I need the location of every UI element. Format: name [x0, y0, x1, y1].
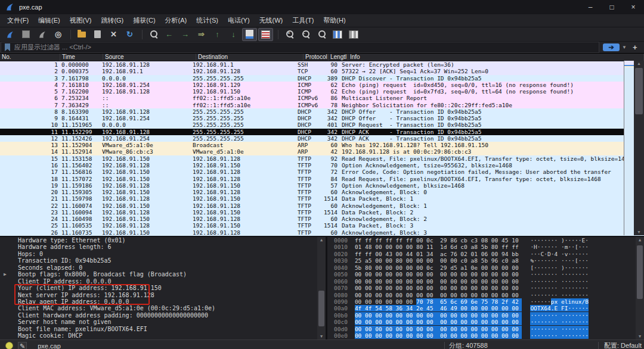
hex-byte[interactable]: 00 [450, 312, 460, 319]
start-capture-icon[interactable] [2, 28, 17, 41]
hex-byte[interactable]: 00 [416, 237, 426, 244]
hex-byte[interactable]: 00 [491, 305, 501, 311]
hex-byte[interactable]: 00 [501, 278, 512, 285]
stop-capture-icon[interactable] [18, 28, 33, 41]
hex-byte[interactable]: 00 [385, 264, 395, 271]
layout-columns-icon[interactable] [346, 28, 361, 41]
detail-line[interactable]: Next server IP address: 192.168.91.128 [0, 292, 326, 298]
packet-row[interactable]: 47.161810192.168.91.254192.168.91.129ICM… [0, 82, 644, 88]
menu-item-10[interactable]: 帮助(H) [318, 15, 350, 26]
hex-byte[interactable]: 00 [450, 285, 460, 291]
hex-byte[interactable]: ff [355, 251, 365, 257]
hex-byte[interactable]: 00 [491, 251, 501, 257]
resize-columns-icon[interactable] [330, 28, 345, 41]
hex-byte[interactable]: 00 [396, 251, 406, 257]
hex-byte[interactable]: cb [460, 237, 470, 244]
hex-row[interactable]: 007000 00 00 00 00 00 00 00 00 00 00 00 … [327, 285, 644, 291]
hex-byte[interactable]: 00 [440, 278, 450, 285]
hex-byte[interactable]: 00 [396, 264, 406, 271]
hex-byte[interactable]: 00 [460, 292, 470, 298]
close-button[interactable]: × [623, 0, 644, 14]
packet-row[interactable]: 2011.159305192.168.91.150192.168.91.128T… [0, 189, 644, 195]
hex-byte[interactable]: 00 [450, 278, 460, 285]
hex-byte[interactable]: 00 [450, 292, 460, 298]
detail-line[interactable]: Hops: 0 [0, 251, 326, 257]
go-last-packet-icon[interactable]: ↓ [226, 28, 241, 41]
hex-byte[interactable]: 00 [491, 319, 501, 325]
hex-byte[interactable]: 00 [385, 298, 395, 305]
hex-byte[interactable]: 00 [501, 332, 512, 339]
hex-byte[interactable]: 00 [416, 285, 426, 291]
hex-byte[interactable]: 78 [491, 298, 501, 305]
packet-row[interactable]: 1111.152299192.168.91.128255.255.255.255… [0, 129, 644, 135]
packet-row[interactable]: 1411.152914VMware_86:cb:c3VMware_d5:a1:0… [0, 148, 644, 155]
column-header-info[interactable]: Info [348, 54, 644, 61]
hex-byte[interactable]: 6c [450, 298, 460, 305]
menu-item-9[interactable]: 工具(T) [287, 15, 318, 26]
hex-byte[interactable]: 43 [385, 251, 395, 257]
find-packet-icon[interactable] [145, 28, 160, 41]
hex-byte[interactable]: 00 [416, 264, 426, 271]
hex-byte[interactable]: 00 [406, 292, 416, 298]
hex-byte[interactable]: 0c [426, 237, 436, 244]
hex-byte[interactable]: 00 [406, 264, 416, 271]
hex-byte[interactable]: 25 [355, 257, 365, 264]
column-header-protocol[interactable]: Protocol [304, 54, 329, 61]
hex-byte[interactable]: 00 [512, 271, 522, 278]
go-forward-icon[interactable]: → [178, 28, 193, 41]
restart-capture-icon[interactable] [35, 28, 49, 41]
hex-byte[interactable]: 29 [440, 264, 450, 271]
hex-byte[interactable]: 00 [491, 278, 501, 285]
hex-byte[interactable]: 36 [396, 305, 406, 311]
hex-byte[interactable]: 00 [481, 305, 491, 311]
hex-byte[interactable]: 00 [512, 312, 522, 319]
hex-byte[interactable]: 00 [481, 319, 491, 325]
scroll-up-icon[interactable]: ▲ [636, 237, 644, 243]
hex-byte[interactable]: 06 [481, 251, 491, 257]
hex-byte[interactable]: 00 [375, 298, 385, 305]
hex-byte[interactable]: 00 [365, 278, 375, 285]
hex-row[interactable]: 009000 00 00 00 00 00 70 78 65 6c 69 6e … [327, 298, 644, 305]
hex-byte[interactable]: 00 [471, 312, 481, 319]
hex-byte[interactable]: 00 [512, 326, 522, 332]
packet-row[interactable]: 57.162200192.168.91.128192.168.91.150ICM… [0, 88, 644, 95]
hex-byte[interactable]: 00 [440, 312, 450, 319]
hex-byte[interactable]: 00 [471, 285, 481, 291]
hex-byte[interactable]: 5b [355, 264, 365, 271]
hex-byte[interactable]: 00 [396, 271, 406, 278]
hex-byte[interactable]: 00 [416, 292, 426, 298]
hex-byte[interactable]: 96 [491, 257, 501, 264]
hex-byte[interactable]: ff [365, 251, 375, 257]
hex-byte[interactable]: 00 [512, 278, 522, 285]
packet-row[interactable]: 2611.160735192.168.91.150192.168.91.128T… [0, 229, 644, 236]
hex-byte[interactable]: 00 [365, 271, 375, 278]
hex-byte[interactable]: 29 [440, 237, 450, 244]
hex-byte[interactable]: c0 [460, 244, 470, 250]
hex-byte[interactable]: 00 [355, 285, 365, 291]
detail-line[interactable]: Your (client) IP address: 192.168.91.150 [0, 285, 326, 291]
hex-byte[interactable]: a1 [460, 264, 470, 271]
hex-byte[interactable]: 00 [501, 305, 512, 311]
hex-byte[interactable]: 00 [355, 312, 365, 319]
hex-byte[interactable]: 00 [406, 332, 416, 339]
hex-byte[interactable]: 00 [491, 326, 501, 332]
hex-byte[interactable]: 00 [396, 319, 406, 325]
hex-byte[interactable]: 00 [396, 298, 406, 305]
column-header-no[interactable]: No. [0, 54, 60, 61]
hex-byte[interactable]: 00 [512, 332, 522, 339]
hex-byte[interactable]: 78 [426, 298, 436, 305]
hex-byte[interactable]: 80 [416, 244, 426, 250]
hex-row[interactable]: 00d000 00 00 00 00 00 00 00 00 00 00 00 … [327, 326, 644, 332]
hex-byte[interactable]: 5b [481, 257, 491, 264]
packet-row[interactable]: 2211.160074192.168.91.150192.168.91.128T… [0, 202, 644, 209]
detail-line[interactable]: Boot file name: pxelinux/BOOTX64.EFI [0, 326, 326, 332]
hex-byte[interactable]: 4f [365, 305, 375, 311]
hex-byte[interactable]: 58 [385, 305, 395, 311]
hex-byte[interactable]: 00 [375, 257, 385, 264]
hex-byte[interactable]: 00 [406, 319, 416, 325]
hex-byte[interactable]: 00 [365, 285, 375, 291]
hex-byte[interactable]: 00 [365, 298, 375, 305]
hex-byte[interactable]: 00 [365, 332, 375, 339]
hex-byte[interactable]: 00 [501, 285, 512, 291]
hex-byte[interactable]: 00 [406, 285, 416, 291]
